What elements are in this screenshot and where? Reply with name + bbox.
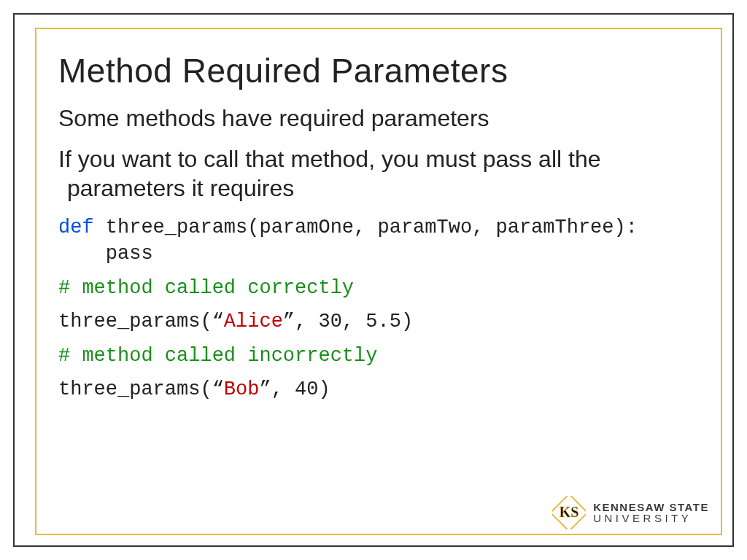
- logo-text: KENNESAW STATE UNIVERSITY: [593, 502, 709, 524]
- comment-text: # method called correctly: [58, 277, 354, 299]
- code-text: three_params(“: [58, 378, 224, 400]
- keyword-def: def: [58, 217, 94, 238]
- logo-line-1: KENNESAW STATE: [593, 502, 709, 513]
- slide-title: Method Required Parameters: [58, 51, 689, 90]
- code-text: three_params(“: [58, 311, 224, 332]
- code-def-body: pass: [58, 243, 153, 265]
- code-call-correct: three_params(“Alice”, 30, 5.5): [58, 308, 689, 335]
- logo-line-2: UNIVERSITY: [593, 513, 709, 524]
- code-comment-correct: # method called correctly: [58, 275, 689, 301]
- code-comment-incorrect: # method called incorrectly: [58, 343, 689, 369]
- body-line-1: Some methods have required parameters: [58, 104, 689, 133]
- code-text: ”, 30, 5.5): [283, 311, 413, 332]
- svg-text:KS: KS: [560, 504, 579, 520]
- code-def-signature: three_params(paramOne, paramTwo, paramTh…: [94, 217, 638, 238]
- string-literal: Alice: [224, 311, 283, 332]
- body-line-2: If you want to call that method, you mus…: [58, 144, 689, 203]
- university-logo: KS KENNESAW STATE UNIVERSITY: [552, 496, 709, 529]
- code-text: ”, 40): [259, 378, 330, 400]
- code-def: def three_params(paramOne, paramTwo, par…: [58, 214, 689, 268]
- logo-k-icon: KS: [552, 496, 586, 529]
- code-call-incorrect: three_params(“Bob”, 40): [58, 376, 689, 402]
- string-literal: Bob: [224, 378, 260, 400]
- slide-content: Method Required Parameters Some methods …: [58, 51, 689, 516]
- comment-text: # method called incorrectly: [58, 345, 377, 367]
